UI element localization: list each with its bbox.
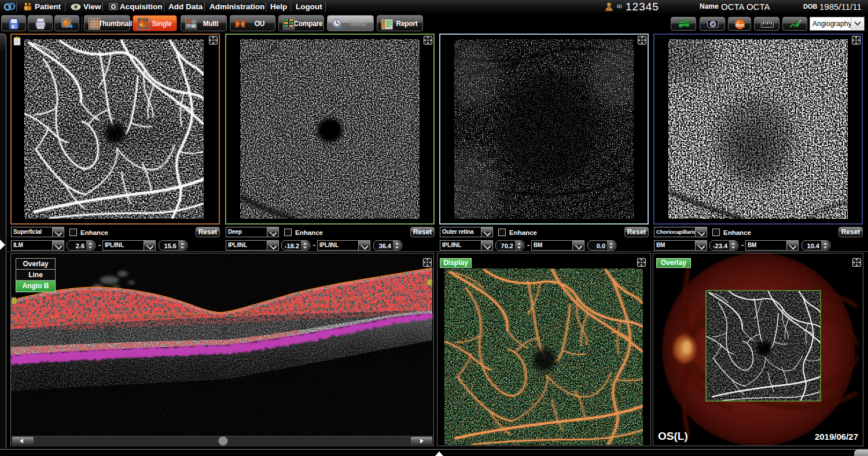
svg-text:Ref.: Ref. xyxy=(736,23,745,28)
